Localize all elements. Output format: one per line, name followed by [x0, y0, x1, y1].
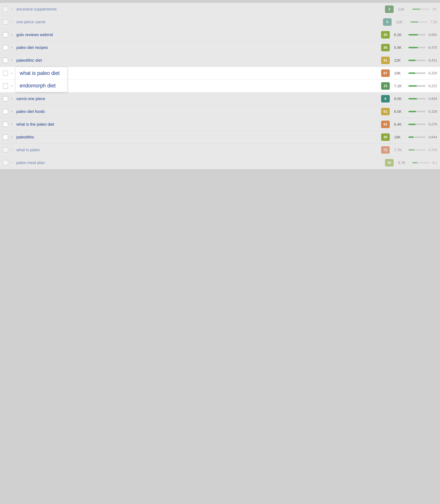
add-keyword-button[interactable]: +	[10, 84, 14, 88]
difficulty-badge: 30	[381, 133, 390, 141]
keyword-text: paleo diet foods	[16, 109, 381, 114]
row-checkbox[interactable]	[3, 83, 8, 88]
cpc-value: 6,431	[428, 58, 437, 62]
difficulty-badge: 2	[385, 5, 394, 13]
table-row: + one piece carrot 0 11K 7,30	[0, 16, 440, 29]
keyword-text: ancestral supplements	[16, 7, 385, 12]
add-keyword-button[interactable]: +	[10, 160, 14, 165]
add-keyword-button[interactable]: +	[10, 97, 14, 101]
add-keyword-button[interactable]: +	[10, 58, 14, 62]
table-row: + golo reviews webmd 30 6.2K 6,691	[0, 29, 440, 41]
add-keyword-button[interactable]: +	[10, 45, 14, 50]
keyword-suggestion-popup: what is paleo dietendomorph diet	[15, 67, 67, 92]
volume-value: 6.0K	[394, 109, 406, 114]
add-keyword-button[interactable]: +	[10, 71, 14, 75]
volume-value: 6.4K	[394, 122, 406, 127]
keyword-text: endomorph diet	[16, 83, 381, 89]
keyword-text: paleolithic diet	[16, 58, 381, 63]
volume-value: 10K	[394, 71, 406, 75]
difficulty-badge: 30	[381, 31, 390, 39]
add-keyword-button[interactable]: +	[10, 135, 14, 139]
keyword-text: what is paleo diet	[16, 70, 381, 76]
table-row: + what is the paleo diet 62 6.4K 5,276	[0, 118, 440, 131]
difficulty-badge: 0	[381, 95, 390, 102]
table-row: + carrot one piece 0 8.0K 5,834	[0, 92, 440, 105]
add-keyword-button[interactable]: +	[10, 122, 14, 127]
volume-bar	[410, 21, 427, 23]
cpc-value: 10.	[432, 7, 437, 11]
table-row: + paleolithic 30 19K 4,844	[0, 131, 440, 144]
add-keyword-button[interactable]: +	[10, 109, 14, 114]
table-row: + paleo diet recipes 36 5.9K 6,470	[0, 41, 440, 54]
cpc-value: 6,222	[428, 84, 437, 88]
difficulty-badge: 62	[381, 121, 390, 128]
difficulty-badge: 0	[383, 18, 392, 26]
add-keyword-button[interactable]: +	[10, 33, 14, 37]
difficulty-badge: 28	[385, 159, 394, 166]
table-row: + what is paleo 72 7.7K 4,720	[0, 144, 440, 156]
table-row: + paleo meal plan 28 3.7K 4,1	[0, 156, 440, 169]
cpc-value: 5,276	[428, 122, 437, 126]
add-keyword-button[interactable]: +	[10, 7, 14, 11]
volume-bar	[408, 136, 426, 138]
table-row: + ancestral supplements 2 11K 10.	[0, 3, 440, 16]
volume-value: 7.1K	[394, 84, 406, 88]
volume-value: 5.9K	[394, 45, 406, 50]
row-checkbox[interactable]	[3, 19, 8, 25]
cpc-value: 7,30	[430, 20, 437, 24]
keyword-table: + ancestral supplements 2 11K 10. + one …	[0, 3, 440, 169]
row-checkbox[interactable]	[3, 7, 8, 12]
row-checkbox[interactable]	[3, 45, 8, 50]
volume-value: 12K	[394, 58, 406, 63]
cpc-value: 6,225	[428, 71, 437, 75]
volume-bar	[412, 9, 429, 10]
volume-value: 11K	[396, 20, 407, 24]
row-checkbox[interactable]	[3, 109, 8, 114]
cpc-value: 5,329	[428, 110, 437, 114]
row-checkbox[interactable]	[3, 96, 8, 101]
keyword-text: carrot one piece	[16, 97, 381, 101]
volume-bar	[408, 124, 426, 125]
row-checkbox[interactable]	[3, 58, 8, 63]
add-keyword-button[interactable]: +	[10, 148, 14, 152]
keyword-text: what is the paleo diet	[16, 122, 381, 127]
popup-suggestion-item[interactable]: what is paleo diet	[16, 67, 67, 80]
add-keyword-button[interactable]: +	[10, 20, 14, 24]
cpc-value: 5,834	[428, 97, 437, 101]
difficulty-badge: 51	[381, 57, 390, 64]
cpc-value: 6,691	[428, 33, 437, 37]
difficulty-badge: 36	[381, 44, 390, 51]
row-checkbox[interactable]	[3, 135, 8, 140]
volume-bar	[408, 34, 426, 35]
row-checkbox[interactable]	[3, 71, 8, 76]
keyword-text: paleo meal plan	[16, 160, 385, 165]
volume-bar	[408, 98, 426, 100]
keyword-text: one piece carrot	[16, 20, 383, 24]
difficulty-badge: 72	[381, 146, 390, 154]
volume-value: 7.7K	[394, 148, 406, 152]
difficulty-badge: 67	[381, 70, 390, 77]
row-checkbox[interactable]	[3, 122, 8, 127]
volume-bar	[408, 60, 426, 61]
row-checkbox[interactable]	[3, 160, 8, 165]
difficulty-badge: 15	[381, 82, 390, 90]
volume-value: 6.2K	[394, 33, 406, 37]
volume-value: 11K	[398, 7, 409, 12]
cpc-value: 6,470	[428, 45, 437, 50]
volume-value: 3.7K	[398, 160, 409, 165]
volume-bar	[408, 72, 426, 74]
popup-suggestion-item[interactable]: endomorph diet	[16, 80, 67, 92]
volume-bar	[412, 162, 429, 163]
keyword-text: what is paleo	[16, 148, 381, 152]
table-row: + paleolithic diet 51 12K 6,431	[0, 54, 440, 67]
volume-bar	[408, 111, 426, 112]
volume-value: 19K	[394, 135, 406, 139]
volume-value: 8.0K	[394, 97, 406, 101]
cpc-value: 4,720	[428, 148, 437, 152]
row-checkbox[interactable]	[3, 32, 8, 37]
keyword-text: golo reviews webmd	[16, 32, 381, 37]
row-checkbox[interactable]	[3, 147, 8, 153]
keyword-text: paleolithic	[16, 135, 381, 139]
table-row: + paleo diet foods 51 6.0K 5,329	[0, 105, 440, 118]
volume-bar	[408, 47, 426, 48]
